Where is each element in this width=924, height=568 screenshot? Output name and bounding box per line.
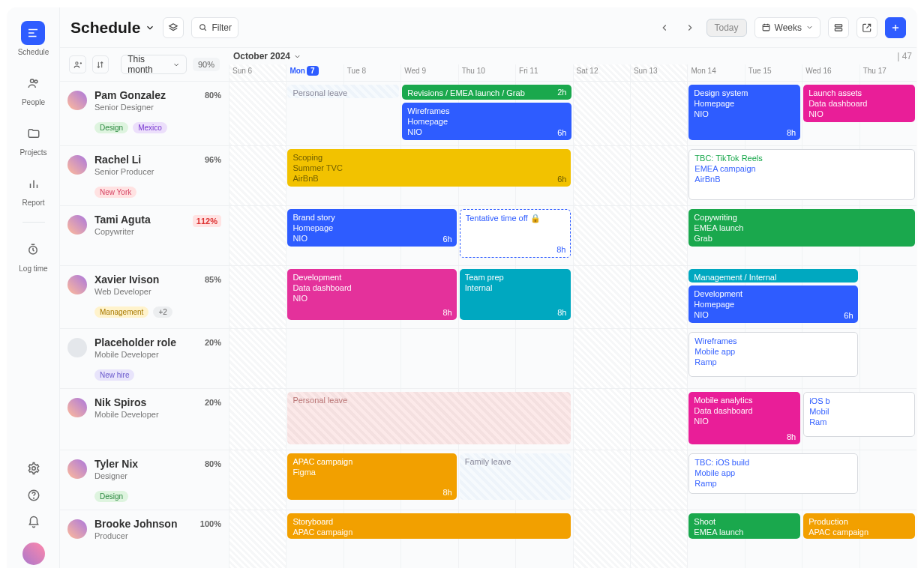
person-info[interactable]: Tami AgutaCopywriter112%: [60, 206, 229, 265]
task-block[interactable]: Brand storyHomepageNIO6h: [287, 209, 456, 247]
person-info[interactable]: Brooke JohnsonProducer100%: [60, 510, 229, 568]
person-info[interactable]: Tyler NixDesigner80%Design: [60, 450, 229, 510]
today-button[interactable]: Today: [706, 19, 747, 37]
avatar[interactable]: [22, 543, 45, 565]
layers-button[interactable]: [163, 17, 184, 38]
day-cell[interactable]: [573, 266, 630, 328]
nav-report[interactable]: Report: [22, 172, 46, 207]
prev-button[interactable]: [656, 19, 674, 37]
task-block[interactable]: Family leave: [460, 453, 572, 500]
day-cell[interactable]: [860, 329, 916, 388]
day-cell[interactable]: [573, 329, 630, 388]
day-cell[interactable]: [573, 389, 630, 450]
task-block[interactable]: Design systemHomepageNIO8h: [688, 85, 800, 140]
day-cell[interactable]: [573, 206, 630, 265]
day-cell[interactable]: [573, 510, 630, 568]
task-block[interactable]: WireframesMobile appRamp: [688, 332, 857, 377]
density-button[interactable]: [828, 17, 849, 38]
day-cell[interactable]: [229, 266, 286, 328]
person-timeline[interactable]: Personal leaveRevisions / EMEA launch / …: [229, 82, 916, 145]
svg-line-14: [205, 28, 206, 30]
task-block[interactable]: StoryboardAPAC campaign: [287, 513, 571, 539]
export-button[interactable]: [856, 17, 878, 38]
range-select[interactable]: This month: [121, 55, 187, 74]
clock-icon: [21, 238, 45, 262]
nav-projects[interactable]: Projects: [20, 121, 46, 157]
person-timeline[interactable]: Personal leaveMobile analyticsData dashb…: [229, 389, 916, 450]
day-cell[interactable]: [630, 146, 687, 205]
day-cell[interactable]: [630, 450, 687, 510]
task-block[interactable]: APAC campaignFigma8h: [287, 453, 456, 500]
person-info[interactable]: Xavier IvisonWeb Developer85%Management+…: [60, 266, 229, 328]
person-timeline[interactable]: WireframesMobile appRamp: [229, 329, 916, 388]
task-block[interactable]: ScopingSummer TVCAirBnB6h: [287, 149, 571, 187]
day-cell[interactable]: [573, 146, 630, 205]
person-timeline[interactable]: StoryboardAPAC campaignShootEMEA launchP…: [229, 510, 916, 568]
chevron-down-icon[interactable]: [145, 22, 155, 33]
overall-pct: 90%: [193, 58, 220, 71]
task-block[interactable]: iOS bMobilRam: [803, 392, 915, 437]
nav-people[interactable]: People: [22, 71, 46, 106]
task-block[interactable]: ProductionAPAC campaign: [803, 513, 915, 539]
task-block[interactable]: Management / Internal: [688, 269, 857, 283]
task-block[interactable]: ShootEMEA launch: [688, 513, 800, 539]
view-mode-select[interactable]: Weeks: [754, 17, 820, 38]
person-info[interactable]: Placeholder roleMobile Developer20%New h…: [60, 329, 229, 388]
person-timeline[interactable]: ScopingSummer TVCAirBnB6hTBC: TikTok Ree…: [229, 146, 916, 205]
day-cell[interactable]: [860, 266, 916, 328]
day-cell[interactable]: [630, 329, 687, 388]
filter-button[interactable]: Filter: [191, 17, 238, 38]
task-block[interactable]: Tentative time off 🔒8h: [460, 209, 572, 258]
person-info[interactable]: Rachel LiSenior Producer96%New York: [60, 146, 229, 205]
task-block[interactable]: DevelopmentData dashboardNIO8h: [287, 269, 456, 320]
sort-button[interactable]: [92, 55, 110, 73]
day-cell[interactable]: [458, 329, 515, 388]
task-block[interactable]: Revisions / EMEA launch / Grab2h: [402, 85, 571, 100]
day-cell[interactable]: [630, 206, 687, 265]
help-icon[interactable]: [27, 489, 40, 502]
task-block[interactable]: Personal leave: [287, 392, 571, 444]
day-cell[interactable]: [573, 450, 630, 510]
task-block[interactable]: Team prepInternal8h: [460, 269, 572, 320]
month-label[interactable]: October 2024: [233, 51, 302, 61]
day-cell[interactable]: [573, 82, 630, 145]
day-cell[interactable]: [229, 82, 286, 145]
person-timeline[interactable]: APAC campaignFigma8hFamily leaveTBC: iOS…: [229, 450, 916, 510]
day-cell[interactable]: [630, 82, 687, 145]
person-row: Pam GonzalezSenior Designer80%DesignMexi…: [60, 82, 916, 146]
day-cell[interactable]: [630, 266, 687, 328]
day-cell[interactable]: [515, 329, 572, 388]
day-cell[interactable]: [229, 206, 286, 265]
person-timeline[interactable]: DevelopmentData dashboardNIO8hTeam prepI…: [229, 266, 916, 328]
add-person-button[interactable]: [69, 55, 86, 73]
day-cell[interactable]: [860, 450, 916, 510]
gear-icon[interactable]: [27, 462, 40, 475]
person-info[interactable]: Pam GonzalezSenior Designer80%DesignMexi…: [60, 82, 229, 145]
day-cell[interactable]: [630, 389, 687, 450]
day-cell[interactable]: [630, 510, 687, 568]
day-cell[interactable]: [344, 329, 400, 388]
task-block[interactable]: TBC: iOS buildMobile appRamp: [688, 453, 857, 494]
task-block[interactable]: DevelopmentHomepageNIO6h: [688, 285, 857, 323]
day-cell[interactable]: [229, 329, 286, 388]
add-button[interactable]: [885, 17, 906, 38]
person-timeline[interactable]: Brand storyHomepageNIO6hTentative time o…: [229, 206, 916, 265]
day-cell[interactable]: [286, 329, 343, 388]
next-button[interactable]: [681, 19, 699, 37]
task-block[interactable]: Personal leave: [287, 85, 399, 98]
day-cell[interactable]: [229, 450, 286, 510]
bell-icon[interactable]: [27, 516, 40, 529]
task-block[interactable]: WireframesHomepageNIO6h: [402, 103, 571, 140]
day-cell[interactable]: [229, 146, 286, 205]
nav-log-time[interactable]: Log time: [19, 238, 47, 273]
task-block[interactable]: Mobile analyticsData dashboardNIO8h: [688, 392, 800, 444]
task-block[interactable]: TBC: TikTok ReelsEMEA campaignAirBnB: [688, 149, 915, 200]
nav-schedule[interactable]: Schedule: [18, 21, 50, 56]
task-block[interactable]: CopywritingEMEA launchGrab: [688, 209, 915, 247]
task-block[interactable]: Launch assetsData dashboardNIO: [803, 85, 915, 122]
person-info[interactable]: Nik SpirosMobile Developer20%: [60, 389, 229, 450]
day-cell[interactable]: [229, 389, 286, 450]
day-cell[interactable]: [400, 329, 458, 388]
day-cell[interactable]: [229, 510, 286, 568]
external-link-icon: [862, 22, 872, 33]
